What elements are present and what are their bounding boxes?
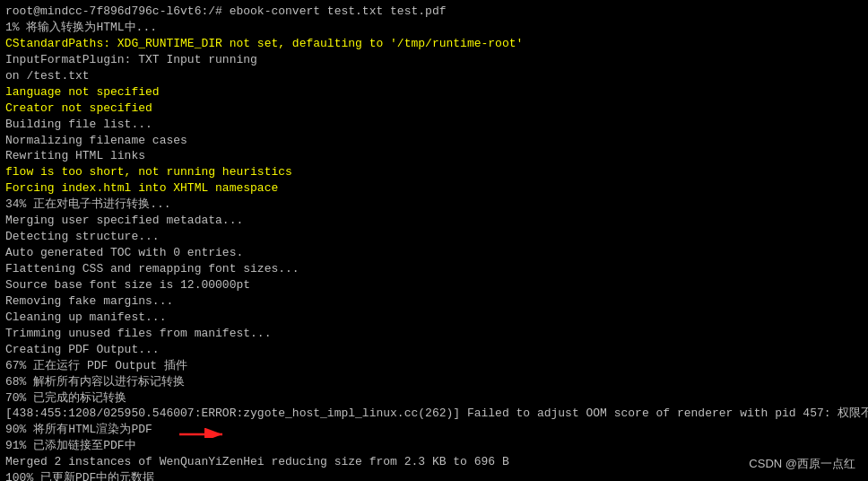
terminal-line: Cleaning up manifest... [5,310,863,326]
terminal-line: on /test.txt [5,68,863,84]
terminal-line: Forcing index.html into XHTML namespace [5,180,863,197]
terminal-line: Normalizing filename cases [5,133,863,149]
terminal-line: InputFormatPlugin: TXT Input running [5,52,863,68]
terminal-line: language not specified [5,84,863,101]
terminal-line: 91% 已添加链接至PDF中 [5,438,863,454]
terminal-line: 70% 已完成的标记转换 [5,390,863,407]
terminal-line: 90% 将所有HTML渲染为PDF [5,422,863,438]
terminal-line: Rewriting HTML links [5,148,863,164]
terminal-line: Creating PDF Output... [5,342,863,358]
terminal-line: Auto generated TOC with 0 entries. [5,245,863,261]
terminal-line: Merged 2 instances of WenQuanYiZenHei re… [5,454,863,470]
terminal-line: 100% 已更新PDF中的元数据 [5,470,863,481]
terminal-line: Detecting structure... [5,229,863,245]
terminal-line: 68% 解析所有内容以进行标记转换 [5,374,863,390]
terminal-line: Removing fake margins... [5,293,863,310]
terminal-line: Merging user specified metadata... [5,213,863,229]
terminal-line: Flattening CSS and remapping font sizes.… [5,261,863,277]
terminal-line: Source base font size is 12.00000pt [5,277,863,293]
watermark: CSDN @西原一点红 [749,456,855,472]
terminal-line: Building file list... [5,117,863,133]
terminal-line: flow is too short, not running heuristic… [5,164,863,180]
terminal-line: 1% 将输入转换为HTML中... [5,20,863,36]
terminal-line: 67% 正在运行 PDF Output 插件 [5,358,863,374]
arrow-indicator [179,413,233,438]
terminal-line: Trimming unused files from manifest... [5,326,863,342]
terminal-line: 34% 正在对电子书进行转换... [5,197,863,213]
terminal-line: CStandardPaths: XDG_RUNTIME_DIR not set,… [5,36,863,52]
terminal-window: root@mindcc-7f896d796c-l6vt6:/# ebook-co… [0,0,868,481]
terminal-line: Creator not specified [5,101,863,117]
terminal-line: root@mindcc-7f896d796c-l6vt6:/# ebook-co… [5,4,863,20]
terminal-line: [438:455:1208/025950.546007:ERROR:zygote… [5,406,863,422]
